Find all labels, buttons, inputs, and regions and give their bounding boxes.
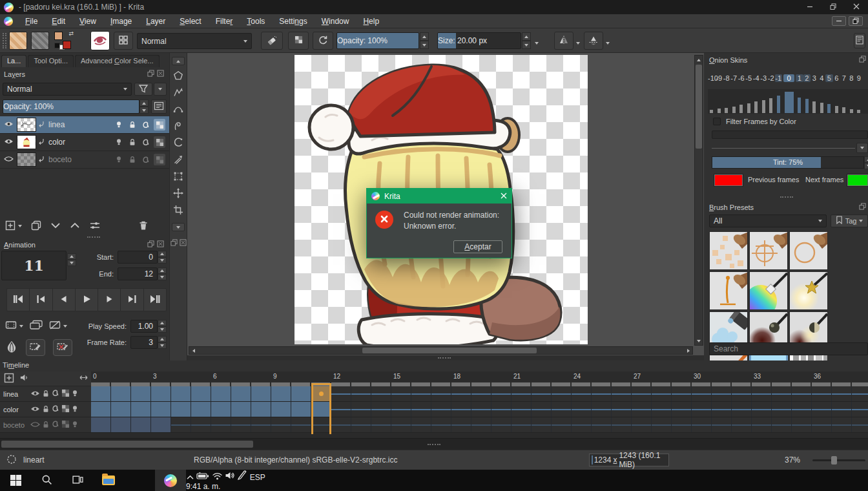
layer-opacity-spinner[interactable] bbox=[140, 99, 149, 114]
onion-opacity-bar--2[interactable] bbox=[767, 89, 775, 113]
skip-to-end-button[interactable] bbox=[144, 289, 166, 311]
crop-tool[interactable] bbox=[171, 202, 185, 218]
mirror-vertical-button[interactable] bbox=[584, 32, 603, 50]
layer-lock-toggle[interactable] bbox=[127, 136, 138, 148]
frame-rate-value[interactable]: 3 bbox=[130, 336, 158, 349]
previous-frame-button[interactable] bbox=[53, 289, 76, 311]
add-layer-options-arrow[interactable] bbox=[18, 225, 22, 227]
freehand-path-tool[interactable] bbox=[171, 118, 185, 134]
menu-layer[interactable]: Layer bbox=[139, 17, 172, 26]
end-value[interactable]: 12 bbox=[118, 267, 158, 280]
zoom-slider[interactable] bbox=[812, 459, 865, 461]
dynamic-brush-tool[interactable] bbox=[171, 135, 185, 151]
layer-alpha-lock-toggle[interactable] bbox=[140, 154, 152, 165]
polyline-tool[interactable] bbox=[171, 85, 185, 100]
layer-filter-options-arrow[interactable] bbox=[154, 83, 167, 96]
remove-frame-button[interactable] bbox=[49, 320, 61, 331]
toolbox-scroll-up-button[interactable] bbox=[172, 57, 185, 65]
previous-keyframe-button[interactable] bbox=[30, 289, 52, 311]
onion-opacity-bar--6[interactable] bbox=[738, 89, 745, 113]
next-keyframe-button[interactable] bbox=[121, 289, 143, 311]
splitter-grip[interactable] bbox=[428, 444, 440, 445]
layer-blending-mode-dropdown[interactable]: Normal bbox=[3, 83, 132, 96]
inherit-alpha-toggle[interactable] bbox=[61, 420, 70, 430]
frame-rate-spinner[interactable] bbox=[158, 336, 167, 349]
file-explorer-button[interactable] bbox=[93, 470, 124, 491]
timeline-layer-linea[interactable]: linea bbox=[0, 386, 91, 402]
brush-size-slider[interactable]: Size: 20.00 px bbox=[437, 32, 521, 49]
image-dimensions-box[interactable]: 1234 x 1243 (160.1 MiB) bbox=[589, 454, 669, 466]
zoom-timeline-handle[interactable] bbox=[79, 373, 88, 384]
audio-options-button[interactable] bbox=[19, 373, 29, 384]
onion-offset-4[interactable]: 4 bbox=[818, 74, 826, 82]
play-button[interactable] bbox=[76, 289, 98, 311]
onion-opacity-bar--3[interactable] bbox=[760, 89, 768, 113]
float-docker-icon[interactable] bbox=[147, 70, 154, 79]
menu-tools[interactable]: Tools bbox=[240, 17, 272, 26]
timeline-track-boceto[interactable] bbox=[91, 417, 868, 433]
layer-inherit-alpha-toggle[interactable] bbox=[154, 119, 165, 131]
timeline-layer-boceto[interactable]: boceto bbox=[0, 417, 91, 433]
timeline-ruler[interactable]: 0369121518212427303336 bbox=[91, 371, 868, 382]
onion-opacity-bar-5[interactable] bbox=[825, 89, 833, 113]
layer-visibility-toggle[interactable] bbox=[0, 138, 17, 147]
timeline-track-linea[interactable] bbox=[91, 386, 868, 402]
preserve-alpha-button[interactable] bbox=[288, 32, 309, 50]
menu-select[interactable]: Select bbox=[172, 17, 208, 26]
scrollbar-handle[interactable] bbox=[696, 65, 702, 149]
onion-offset-5[interactable]: 5 bbox=[825, 74, 833, 82]
remove-frame-options-arrow[interactable] bbox=[63, 325, 67, 328]
krita-taskbar-button[interactable] bbox=[155, 470, 186, 491]
tint-spinner[interactable] bbox=[864, 156, 868, 169]
close-docker-icon[interactable] bbox=[180, 239, 187, 248]
onion-skin-toggle-button[interactable] bbox=[5, 340, 18, 355]
preset-rainbow[interactable] bbox=[749, 271, 788, 310]
onion-opacity-bar-9[interactable] bbox=[855, 89, 863, 113]
layer-lock-toggle[interactable] bbox=[127, 154, 138, 165]
show-brush-editor-button[interactable] bbox=[854, 33, 865, 48]
onion-offset--3[interactable]: -3 bbox=[760, 74, 768, 82]
transform-tool[interactable] bbox=[171, 169, 185, 184]
docker-splitter[interactable] bbox=[780, 196, 793, 198]
onion-offset--8[interactable]: -8 bbox=[723, 74, 730, 82]
layer-onionskin-toggle[interactable] bbox=[113, 119, 125, 131]
scrollbar-handle[interactable] bbox=[362, 348, 537, 353]
gradient-chooser[interactable] bbox=[9, 32, 27, 50]
preset-glow-star[interactable] bbox=[789, 271, 828, 310]
window-minimize-button[interactable] bbox=[798, 0, 822, 14]
background-color[interactable] bbox=[63, 41, 71, 49]
foreground-color[interactable] bbox=[54, 32, 63, 40]
start-spinner[interactable] bbox=[158, 251, 167, 264]
timeline-track-color[interactable] bbox=[91, 402, 868, 417]
next-frame-button[interactable] bbox=[98, 289, 121, 311]
auto-frame-mode-button[interactable] bbox=[26, 339, 45, 356]
onion-opacity-bar--9[interactable] bbox=[716, 89, 723, 113]
menu-edit[interactable]: Edit bbox=[45, 17, 72, 26]
timeline-layer-color[interactable]: color bbox=[0, 402, 91, 417]
onion-offset-9[interactable]: 9 bbox=[855, 74, 863, 82]
alpha-lock-toggle[interactable] bbox=[52, 421, 59, 429]
onion-opacity-bar-6[interactable] bbox=[833, 89, 841, 113]
add-layer-button[interactable] bbox=[5, 220, 16, 233]
onion-offset--1[interactable]: -1 bbox=[775, 74, 783, 82]
close-docker-icon[interactable] bbox=[157, 70, 164, 79]
menu-image[interactable]: Image bbox=[103, 17, 139, 26]
pattern-chooser[interactable] bbox=[31, 32, 49, 50]
layer-onionskin-toggle[interactable] bbox=[113, 136, 125, 148]
layer-row-color[interactable]: color bbox=[0, 134, 169, 151]
polygon-tool[interactable] bbox=[171, 68, 185, 83]
current-brush-preset[interactable] bbox=[90, 31, 110, 50]
layer-inherit-alpha-toggle[interactable] bbox=[154, 154, 165, 165]
volume-icon[interactable] bbox=[225, 473, 235, 482]
visibility-toggle[interactable] bbox=[30, 405, 40, 414]
onion-opacity-bar-2[interactable] bbox=[803, 89, 811, 113]
visibility-toggle[interactable] bbox=[30, 421, 40, 430]
canvas-vertical-scrollbar[interactable] bbox=[694, 55, 703, 346]
end-spinner[interactable] bbox=[158, 267, 167, 280]
opacity-spinner[interactable] bbox=[420, 32, 429, 49]
lock-toggle[interactable] bbox=[42, 405, 50, 414]
keyframe-cell[interactable] bbox=[311, 386, 331, 401]
menu-view[interactable]: View bbox=[72, 17, 103, 26]
alpha-lock-toggle[interactable] bbox=[52, 390, 59, 398]
menu-window[interactable]: Window bbox=[315, 17, 356, 26]
